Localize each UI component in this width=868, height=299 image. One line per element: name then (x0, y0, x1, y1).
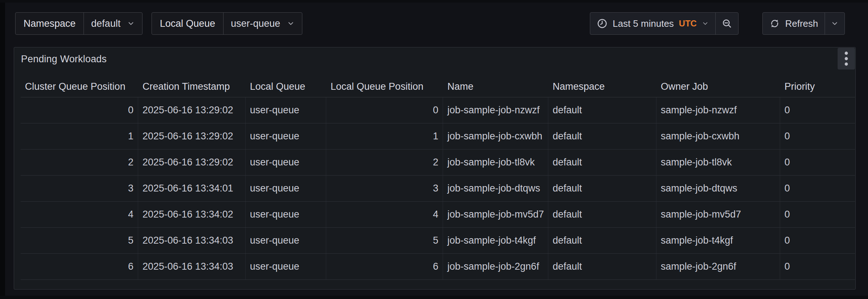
column-header-name[interactable]: Name (443, 76, 548, 97)
cell-namespace: default (548, 150, 656, 175)
cell-name: job-sample-job-mv5d7 (443, 202, 548, 227)
cell-local-queue-position: 3 (326, 176, 443, 201)
namespace-variable-value: default (91, 18, 120, 29)
cell-priority: 0 (780, 202, 855, 227)
chevron-down-icon (831, 20, 839, 28)
cell-name: job-sample-job-dtqws (443, 176, 548, 201)
cell-namespace: default (548, 123, 656, 149)
cell-owner-job: sample-job-dtqws (656, 176, 780, 201)
cell-priority: 0 (780, 123, 855, 149)
cell-cluster-queue-position: 1 (21, 123, 138, 149)
cell-owner-job: sample-job-t4kgf (656, 228, 780, 253)
panel-header: Pending Workloads (14, 47, 855, 71)
cell-creation-timestamp: 2025-06-16 13:29:02 (138, 123, 246, 149)
zoom-out-time-button[interactable] (715, 13, 738, 34)
cell-cluster-queue-position: 4 (21, 202, 138, 227)
time-range-label: Last 5 minutes (613, 18, 674, 29)
cell-local-queue-position: 6 (326, 254, 443, 279)
cell-owner-job: sample-job-cxwbh (656, 123, 780, 149)
cell-creation-timestamp: 2025-06-16 13:34:01 (138, 176, 246, 201)
column-header-local-queue-position[interactable]: Local Queue Position (326, 76, 443, 97)
sync-arrows-icon (769, 18, 780, 29)
column-header-priority[interactable]: Priority (780, 76, 855, 97)
cell-creation-timestamp: 2025-06-16 13:34:03 (138, 228, 246, 253)
local-queue-variable-value: user-queue (231, 18, 280, 29)
screen-edge-left (0, 0, 5, 299)
cell-local-queue: user-queue (246, 228, 326, 253)
cell-cluster-queue-position: 3 (21, 176, 138, 201)
cell-local-queue-position: 1 (326, 123, 443, 149)
cell-namespace: default (548, 176, 656, 201)
cell-namespace: default (548, 97, 656, 123)
table-row: 62025-06-16 13:34:03user-queue6job-sampl… (21, 254, 855, 280)
screen-edge-top (0, 0, 868, 3)
cell-namespace: default (548, 228, 656, 253)
time-controls-group: Last 5 minutes UTC (590, 12, 739, 35)
cell-cluster-queue-position: 2 (21, 150, 138, 175)
cell-local-queue-position: 5 (326, 228, 443, 253)
cell-cluster-queue-position: 5 (21, 228, 138, 253)
column-header-cluster-queue-position[interactable]: Cluster Queue Position (21, 76, 138, 97)
refresh-label: Refresh (785, 18, 818, 29)
cell-name: job-sample-job-cxwbh (443, 123, 548, 149)
local-queue-variable-control: Local Queue user-queue (152, 12, 302, 35)
table-header-row: Cluster Queue PositionCreation Timestamp… (21, 76, 855, 97)
refresh-button[interactable]: Refresh (763, 13, 825, 34)
table-row: 42025-06-16 13:34:02user-queue4job-sampl… (21, 202, 855, 228)
pending-workloads-table: Cluster Queue PositionCreation Timestamp… (21, 76, 855, 280)
namespace-variable-control: Namespace default (15, 12, 142, 35)
cell-cluster-queue-position: 0 (21, 97, 138, 123)
cell-creation-timestamp: 2025-06-16 13:29:02 (138, 150, 246, 175)
cell-local-queue: user-queue (246, 150, 326, 175)
cell-local-queue: user-queue (246, 123, 326, 149)
cell-local-queue: user-queue (246, 202, 326, 227)
cell-namespace: default (548, 254, 656, 279)
cell-local-queue-position: 4 (326, 202, 443, 227)
table-row: 32025-06-16 13:34:01user-queue3job-sampl… (21, 176, 855, 202)
magnifier-minus-icon (722, 18, 732, 29)
cell-local-queue-position: 2 (326, 150, 443, 175)
chevron-down-icon (287, 20, 295, 28)
column-header-owner-job[interactable]: Owner Job (656, 76, 780, 97)
cell-owner-job: sample-job-mv5d7 (656, 202, 780, 227)
cell-namespace: default (548, 202, 656, 227)
namespace-variable-select[interactable]: default (84, 13, 142, 34)
cell-creation-timestamp: 2025-06-16 13:34:03 (138, 254, 246, 279)
time-picker-button[interactable]: Last 5 minutes UTC (590, 13, 715, 34)
panel-title: Pending Workloads (14, 54, 107, 65)
cell-name: job-sample-job-t4kgf (443, 228, 548, 253)
clock-icon (597, 18, 608, 29)
table-row: 02025-06-16 13:29:02user-queue0job-sampl… (21, 97, 855, 123)
cell-priority: 0 (780, 228, 855, 253)
table-row: 12025-06-16 13:29:02user-queue1job-sampl… (21, 123, 855, 150)
cell-owner-job: sample-job-2gn6f (656, 254, 780, 279)
cell-name: job-sample-job-tl8vk (443, 150, 548, 175)
cell-cluster-queue-position: 6 (21, 254, 138, 279)
timezone-label: UTC (679, 18, 697, 29)
chevron-down-icon (127, 20, 135, 28)
cell-creation-timestamp: 2025-06-16 13:34:02 (138, 202, 246, 227)
cell-local-queue-position: 0 (326, 97, 443, 123)
cell-local-queue: user-queue (246, 254, 326, 279)
namespace-variable-label: Namespace (16, 13, 84, 34)
table-row: 22025-06-16 13:29:02user-queue2job-sampl… (21, 150, 855, 176)
local-queue-variable-select[interactable]: user-queue (224, 13, 302, 34)
cell-local-queue: user-queue (246, 97, 326, 123)
column-header-namespace[interactable]: Namespace (548, 76, 656, 97)
column-header-creation-timestamp[interactable]: Creation Timestamp (138, 76, 246, 97)
table-body: 02025-06-16 13:29:02user-queue0job-sampl… (21, 97, 855, 280)
column-header-local-queue[interactable]: Local Queue (246, 76, 326, 97)
cell-creation-timestamp: 2025-06-16 13:29:02 (138, 97, 246, 123)
refresh-controls-group: Refresh (762, 12, 845, 35)
cell-name: job-sample-job-nzwzf (443, 97, 548, 123)
cell-name: job-sample-job-2gn6f (443, 254, 548, 279)
screen-edge-bottom (0, 296, 868, 299)
cell-priority: 0 (780, 97, 855, 123)
panel-menu-button[interactable] (838, 48, 855, 70)
cell-priority: 0 (780, 176, 855, 201)
kebab-vertical-icon (844, 50, 848, 67)
cell-owner-job: sample-job-nzwzf (656, 97, 780, 123)
refresh-interval-dropdown[interactable] (825, 13, 844, 34)
table-row: 52025-06-16 13:34:03user-queue5job-sampl… (21, 228, 855, 254)
cell-local-queue: user-queue (246, 176, 326, 201)
